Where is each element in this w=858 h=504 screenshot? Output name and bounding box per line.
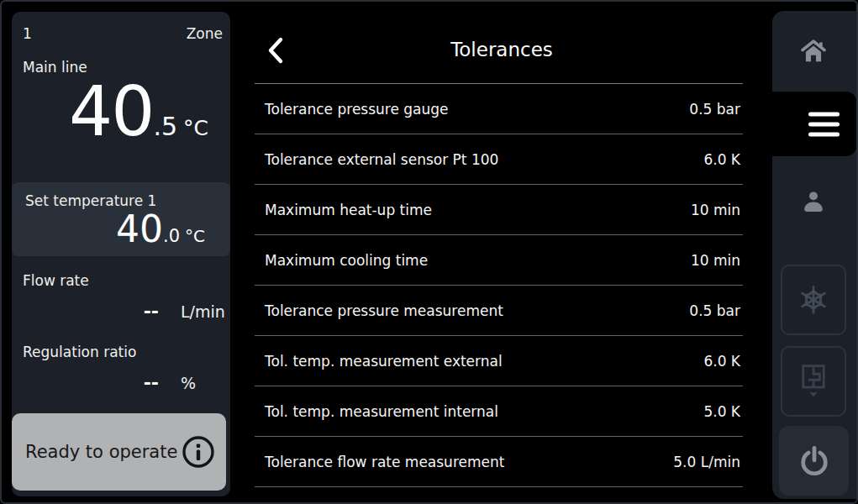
list-item[interactable]: Maximum heat-up time 10 min [255,185,743,235]
row-value: 10 min [691,252,743,269]
main-temp-unit: °C [183,116,208,140]
home-button[interactable] [781,26,846,76]
main-temperature-display: 40 .5 °C [12,74,208,150]
mold-purge-button[interactable] [781,346,846,417]
set-temperature-value: 40 .0 °C [116,211,205,248]
main-temp-integer: 40 [69,74,153,150]
home-icon [798,37,829,66]
list-item[interactable]: Tolerance pressure gauge 0.5 bar [255,84,743,134]
status-banner[interactable]: Ready to operate [12,413,226,491]
main-content: Tolerances Tolerance pressure gauge 0.5 … [231,2,772,504]
user-button[interactable] [781,175,846,228]
mold-purge-icon [796,362,831,401]
row-value: 5.0 K [703,403,743,420]
user-icon [799,187,828,216]
tolerances-list: Tolerance pressure gauge 0.5 bar Toleran… [255,84,743,487]
set-temp-unit: °C [185,226,205,246]
menu-button-active[interactable] [762,92,857,156]
set-temperature-button[interactable]: Set temperature 1 40 .0 °C [12,182,230,256]
row-value: 6.0 K [703,151,743,168]
row-label: Tolerance external sensor Pt 100 [255,151,498,168]
list-item[interactable]: Tolerance external sensor Pt 100 6.0 K [255,134,743,185]
flow-rate-value-row: -- L/min [12,301,230,322]
list-item[interactable]: Tolerance pressure measurement 0.5 bar [255,286,743,336]
list-item[interactable]: Tolerance flow rate measurement 5.0 L/mi… [255,437,743,487]
regulation-ratio-unit: % [181,374,196,392]
row-label: Tolerance pressure measurement [255,302,503,319]
set-temp-decimal: .0 [163,226,180,246]
zone-number: 1 [23,25,32,42]
snowflake-icon [797,283,830,317]
regulation-ratio-label: Regulation ratio [23,344,136,360]
set-temp-integer: 40 [116,211,163,248]
zone-status-panel: 1 Zone Main line 40 .5 °C Set temperatur… [12,12,230,496]
power-icon [797,444,832,479]
status-text: Ready to operate [25,442,177,462]
hmi-screen: 1 Zone Main line 40 .5 °C Set temperatur… [0,0,858,504]
menu-icon [808,112,840,136]
nav-sidebar [772,11,858,499]
info-icon[interactable] [182,435,215,469]
row-value: 6.0 K [703,353,743,370]
power-button[interactable] [779,426,849,496]
list-item[interactable]: Maximum cooling time 10 min [255,235,743,286]
set-temperature-label: Set temperature 1 [25,192,156,209]
cooling-button[interactable] [781,265,846,335]
row-label: Tolerance pressure gauge [255,101,449,118]
page-title: Tolerances [231,39,772,60]
zone-header: 1 Zone [23,25,223,42]
row-value: 0.5 bar [689,302,743,319]
flow-rate-value: -- [12,301,159,322]
regulation-ratio-value-row: -- % [12,372,230,393]
row-label: Tol. temp. measurement external [255,353,503,370]
row-value: 10 min [691,202,743,218]
main-temp-decimal: .5 [153,112,177,141]
list-item[interactable]: Tol. temp. measurement external 6.0 K [255,336,743,386]
row-label: Tol. temp. measurement internal [255,403,498,420]
row-value: 0.5 bar [689,101,743,118]
row-label: Maximum cooling time [255,252,428,269]
flow-rate-label: Flow rate [23,272,89,289]
flow-rate-unit: L/min [181,302,225,321]
regulation-ratio-value: -- [12,372,159,393]
list-item[interactable]: Tol. temp. measurement internal 5.0 K [255,386,743,437]
row-value: 5.0 L/min [673,454,743,470]
row-label: Tolerance flow rate measurement [255,454,504,470]
row-label: Maximum heat-up time [255,202,432,218]
zone-label: Zone [187,25,223,42]
